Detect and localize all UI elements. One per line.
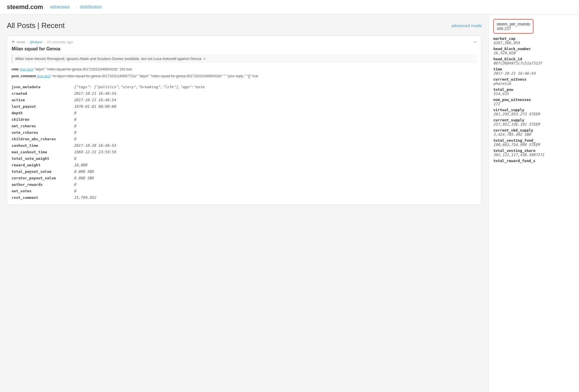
sidebar-item-key: head_block_number <box>493 47 574 51</box>
nav-witnesses[interactable]: witnesses <box>50 5 70 9</box>
meta-dot: · <box>27 40 28 44</box>
sidebar-item: head_block_id 00fc36849f1c7c51a7313f <box>493 57 574 65</box>
cmd1-acct[interactable]: your-acct <box>20 67 33 71</box>
command-1: vote your-acct "talyor" "milan-squad-for… <box>12 66 477 72</box>
row-value: 0.000 SBD <box>74 168 477 175</box>
row-value: 0 <box>74 116 477 123</box>
row-key: max_cashout_time <box>12 149 74 155</box>
edit-icon: ✏ <box>474 40 477 44</box>
header-nav: witnesses · distribution <box>50 5 106 10</box>
cmd1-rest: "talyor" "milan-squad-for-genoa-20171021… <box>33 67 132 71</box>
table-row: children_abs_rshares 0 <box>12 136 477 142</box>
sidebar-item-value: pharesim <box>493 81 574 86</box>
row-key: depth <box>12 110 74 116</box>
table-row: depth 0 <box>12 110 477 116</box>
sidebar-item-value: 16,529,028 <box>493 51 574 55</box>
row-key: reward_weight <box>12 162 74 168</box>
row-value: 2017-10-21 16:46:54 <box>74 97 477 103</box>
table-row: root_comment 15,799,952 <box>12 194 477 201</box>
table-row: curator_payout_value 0.000 SBD <box>12 175 477 181</box>
table-row: last_payout 1970-01-01 00:00:00 <box>12 103 477 110</box>
table-row: net_votes 0 <box>12 188 477 194</box>
row-value: 10,000 <box>74 162 477 168</box>
nav-dot: · <box>76 5 77 9</box>
post-tag-name: news <box>17 40 25 44</box>
row-value: 0 <box>74 155 477 162</box>
post-tag: ⚑ <box>12 40 15 44</box>
table-row: active 2017-10-21 16:46:54 <box>12 97 477 103</box>
commands-section: vote your-acct "talyor" "milan-squad-for… <box>12 66 477 79</box>
sidebar-highlight: steem_per_mvests 486.237 <box>493 19 533 34</box>
table-row: created 2017-10-21 16:46:54 <box>12 90 477 97</box>
sidebar-item-key: current_sbd_supply <box>493 128 574 132</box>
sidebar-item: total_pow 514,415 <box>493 87 574 96</box>
sidebar-item-value: 172 <box>493 102 574 106</box>
sidebar-item: head_block_number 16,529,028 <box>493 47 574 55</box>
sidebar-item: virtual_supply 261,295,853.273 STEEM <box>493 108 574 116</box>
post-time: 23 seconds ago <box>47 40 73 44</box>
row-key: author_rewards <box>12 181 74 188</box>
row-value: 15,799,952 <box>74 194 477 201</box>
post-data-table: json_metadata {"tags": ["politics","stor… <box>12 84 477 201</box>
sidebar-item: total_vesting_share 392,121,117,438.5807… <box>493 148 574 157</box>
sidebar-item-value: 2017-10-21 16:46:54 <box>493 71 574 76</box>
row-value: 0.000 SBD <box>74 175 477 181</box>
sidebar-item-value: 261,295,853.273 STEEM <box>493 112 574 116</box>
row-key: total_payout_value <box>12 168 74 175</box>
sidebar-item-key: current_supply <box>493 118 574 122</box>
row-key: net_votes <box>12 188 74 194</box>
row-key: children_abs_rshares <box>12 136 74 142</box>
sidebar-item-key: total_reward_fund_s <box>493 159 574 163</box>
row-value: 0 <box>74 110 477 116</box>
page-title-row: All Posts | Recent advanced mode <box>7 21 482 30</box>
row-key: active <box>12 97 74 103</box>
table-row: reward_weight 10,000 <box>12 162 477 168</box>
sidebar: steem_per_mvests 486.237 market_cap $267… <box>488 14 579 392</box>
post-title: Milan squad for Genoa <box>12 46 477 51</box>
row-value: {"tags": ["politics","story","breaking",… <box>74 84 477 90</box>
row-value: 1969-12-31 23:59:59 <box>74 149 477 155</box>
row-value: 0 <box>74 123 477 129</box>
row-value: 0 <box>74 136 477 142</box>
command-2: post_comment your-acct "re-talyor-milan-… <box>12 73 477 79</box>
table-row: vote_rshares 0 <box>12 129 477 136</box>
post-author[interactable]: @talyor <box>30 40 42 44</box>
row-key: children <box>12 116 74 123</box>
header: steemd.com witnesses · distribution <box>0 0 579 14</box>
page-title: All Posts | Recent <box>7 21 65 30</box>
site-logo[interactable]: steemd.com <box>7 3 43 11</box>
sidebar-item: current_witness pharesim <box>493 77 574 86</box>
table-row: author_rewards 0 <box>12 181 477 188</box>
table-row: max_cashout_time 1969-12-31 23:59:59 <box>12 149 477 155</box>
table-row: children 0 <box>12 116 477 123</box>
row-value: 2017-10-21 16:46:54 <box>74 90 477 97</box>
meta-dot2: · <box>44 40 45 44</box>
advanced-mode-link[interactable]: advanced mode <box>451 23 482 28</box>
sidebar-item-value: 190,663,754.999 STEEM <box>493 143 574 147</box>
sidebar-item-key: num_pow_witnesses <box>493 98 574 102</box>
table-row: total_payout_value 0.000 SBD <box>12 168 477 175</box>
main-content: All Posts | Recent advanced mode ⚑ news … <box>0 14 488 392</box>
cmd2-acct[interactable]: your-acct <box>37 74 51 78</box>
sidebar-item-key: head_block_id <box>493 57 574 61</box>
nav-distribution[interactable]: distribution <box>80 5 102 9</box>
row-key: net_rshares <box>12 123 74 129</box>
table-row: net_rshares 0 <box>12 123 477 129</box>
sidebar-item-value: 3,424,785.492 SBD <box>493 132 574 137</box>
table-row: json_metadata {"tags": ["politics","stor… <box>12 84 477 90</box>
row-key: cashout_time <box>12 142 74 149</box>
row-key: root_comment <box>12 194 74 201</box>
sidebar-item-value: $267,566,954 <box>493 41 574 45</box>
row-value: 0 <box>74 188 477 194</box>
sidebar-item-key: total_vesting_fund_ <box>493 138 574 143</box>
sidebar-item: num_pow_witnesses 172 <box>493 98 574 106</box>
row-key: last_payout <box>12 103 74 110</box>
sidebar-item-value: 392,121,117,438.5807271 <box>493 153 574 157</box>
sidebar-item: market_cap $267,566,954 <box>493 36 574 45</box>
row-key: total_vote_weight <box>12 155 74 162</box>
row-key: vote_rshares <box>12 129 74 136</box>
sidebar-item-key: total_pow <box>493 87 574 92</box>
sidebar-item-key: market_cap <box>493 36 574 41</box>
row-value: 2017-10-28 16:46:54 <box>74 142 477 149</box>
sidebar-item-key: time <box>493 67 574 71</box>
